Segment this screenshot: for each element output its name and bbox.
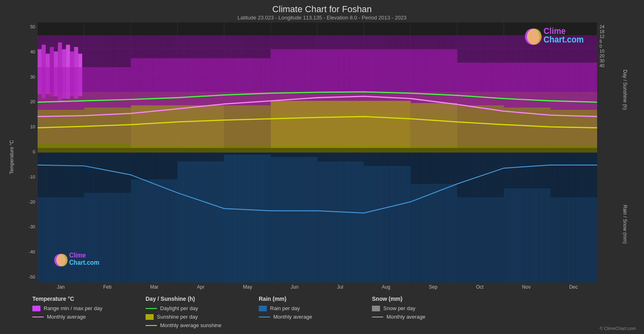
chart-column: Clime Chart.com Clime Chart.com Jan Feb …: [38, 22, 597, 291]
legend-daylight-line: [146, 308, 157, 309]
legend-rain: Rain (mm) Rain per day Monthly average: [259, 296, 348, 328]
legend-snow-bar: Snow per day: [372, 305, 461, 311]
x-axis-feb: Feb: [103, 284, 112, 290]
legend-temp-range-swatch: [32, 306, 40, 311]
legend-sunshine-title: Day / Sunshine (h): [146, 296, 234, 302]
right-labels: Day / Sunshine (h) Rain / Snow (mm): [621, 22, 636, 291]
legend-snow-avg-line: [372, 317, 383, 317]
legend-sunshine-bar: [146, 314, 154, 320]
svg-rect-68: [457, 105, 504, 148]
legend-snow-title: Snow (mm): [372, 296, 461, 302]
legend-daylight-label: Daylight per day: [160, 305, 198, 311]
y-axis-left: 50 40 30 20 10 0 -10 -20 -30 -40 -50: [15, 22, 38, 291]
y-label-sunshine: Day / Sunshine (h): [621, 22, 629, 157]
legend-rain-swatch: [259, 306, 267, 311]
x-axis-jan: Jan: [57, 284, 65, 290]
legend-temperature: Temperature °C Range min / max per day M…: [32, 296, 121, 328]
svg-text:Chart.com: Chart.com: [69, 259, 99, 266]
legend-sunshine-avg-label: Monthly average sunshine: [160, 322, 222, 328]
legend-temp-avg-label: Monthly average: [47, 314, 86, 320]
x-axis-nov: Nov: [522, 284, 530, 290]
legend-section: Temperature °C Range min / max per day M…: [8, 291, 636, 330]
y-axis-right-sunshine: 24 18 12 6 0 10 20 30 40: [597, 22, 621, 291]
svg-rect-64: [177, 105, 224, 148]
svg-rect-41: [38, 153, 597, 283]
x-axis-apr: Apr: [197, 284, 205, 290]
legend-temp-avg: Monthly average: [32, 314, 121, 320]
legend-sunshine-label: Sunshine per day: [157, 314, 198, 320]
x-axis-dec: Dec: [569, 284, 578, 290]
copyright-label: © ClimeChart.com: [600, 326, 636, 331]
legend-sunshine-avg: Monthly average sunshine: [146, 322, 234, 328]
legend-rain-avg-line: [259, 317, 270, 317]
legend-temp-range: Range min / max per day: [32, 305, 121, 311]
legend-temperature-title: Temperature °C: [32, 296, 121, 302]
x-axis-aug: Aug: [382, 284, 390, 290]
y-label-rain: Rain / Snow (mm): [621, 157, 629, 292]
svg-rect-67: [411, 103, 457, 148]
legend-sunshine-avg-line: [146, 325, 157, 326]
svg-rect-65: [224, 105, 270, 148]
legend-sunshine-swatch: Sunshine per day: [146, 314, 234, 320]
chart-container: Clime Chart.com Clime Chart.com: [38, 22, 597, 283]
svg-text:Clime: Clime: [69, 251, 86, 259]
title-section: Climate Chart for Foshan Latitude 23.023…: [8, 4, 636, 21]
subtitle: Latitude 23.023 - Longitude 113.135 - El…: [8, 15, 636, 21]
x-axis-jul: Jul: [337, 284, 343, 290]
x-axis-may: May: [243, 284, 252, 290]
legend-rain-bar: Rain per day: [259, 305, 348, 311]
axes-wrapper: Temperature °C 50 40 30 20 10 0 -10 -20 …: [8, 22, 636, 291]
legend-rain-avg: Monthly average: [259, 314, 348, 320]
legend-rain-label: Rain per day: [270, 305, 300, 311]
legend-sunshine: Day / Sunshine (h) Daylight per day Suns…: [146, 296, 234, 328]
legend-daylight: Daylight per day: [146, 305, 234, 311]
legend-snow: Snow (mm) Snow per day Monthly average ©…: [372, 296, 461, 328]
legend-snow-avg: Monthly average: [372, 314, 461, 320]
legend-snow-avg-label: Monthly average: [386, 314, 425, 320]
svg-text:Chart.com: Chart.com: [544, 34, 584, 44]
main-title: Climate Chart for Foshan: [8, 4, 636, 15]
x-axis-oct: Oct: [476, 284, 484, 290]
svg-point-76: [56, 254, 68, 266]
legend-temp-avg-line: [32, 317, 44, 317]
chart-svg: Clime Chart.com Clime Chart.com: [38, 22, 597, 283]
x-axis-mar: Mar: [150, 284, 158, 290]
x-axis: Jan Feb Mar Apr May Jun Jul Aug Sep Oct …: [38, 283, 597, 291]
legend-rain-title: Rain (mm): [259, 296, 348, 302]
legend-snow-label: Snow per day: [383, 305, 416, 311]
x-axis-sep: Sep: [429, 284, 437, 290]
y-label-temperature: Temperature °C: [8, 22, 15, 291]
legend-snow-swatch: [372, 306, 380, 311]
svg-point-72: [527, 29, 541, 45]
page-wrapper: Climate Chart for Foshan Latitude 23.023…: [0, 0, 644, 334]
svg-rect-66: [271, 101, 411, 148]
x-axis-jun: Jun: [291, 284, 298, 290]
legend-rain-avg-label: Monthly average: [273, 314, 312, 320]
legend-temp-range-label: Range min / max per day: [44, 305, 102, 311]
